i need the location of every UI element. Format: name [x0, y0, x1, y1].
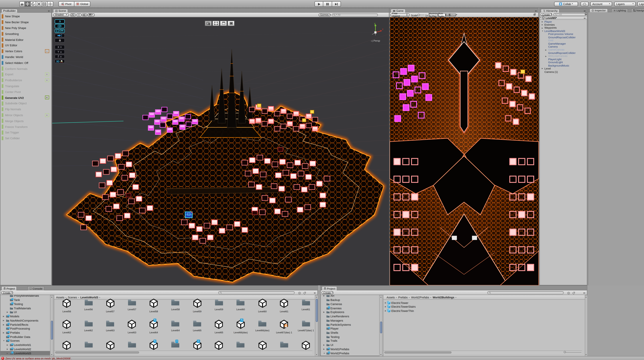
hierarchy-item-winlosecanvas[interactable]: ▶WinLoseCanvas	[540, 54, 587, 58]
tab-lighting[interactable]: Lighting	[611, 8, 628, 12]
folder-item-trails[interactable]: Trails	[321, 339, 379, 343]
pb-action-generate-uv2[interactable]: Generate UV2 +	[0, 95, 51, 101]
search-by-label-icon[interactable]	[303, 291, 306, 294]
create-dropdown[interactable]: Create▾	[322, 291, 333, 294]
breadcrumb-item[interactable]: World2Buildings	[433, 296, 454, 299]
vertex-mode-button[interactable]	[212, 21, 219, 26]
options-plus-button[interactable]: +	[45, 72, 49, 76]
asset-level64[interactable]: Level64	[164, 319, 186, 331]
prefab-item-electrictowerstairs[interactable]: ▶ ElectricTowerStairs	[385, 305, 416, 308]
folder-item-shells[interactable]: Shells	[321, 331, 379, 335]
breadcrumb[interactable]: Assets▸Scenes▸LevelsWorld3▸	[56, 296, 100, 299]
tab-hierarchy[interactable]: Hierarchy	[540, 9, 560, 13]
move-tool-icon[interactable]	[25, 1, 30, 7]
asset-level61[interactable]: Level61	[295, 298, 315, 310]
pb-overlay-arrow-button[interactable]	[54, 34, 65, 38]
hierarchy-item-level[interactable]: ▶Level	[540, 67, 587, 70]
panel-menu-icon[interactable]: ▾≡	[583, 292, 585, 294]
tree-scrollbar[interactable]: ▲ ▼	[50, 295, 53, 356]
pb-overlay-visibility-button[interactable]	[54, 24, 65, 28]
hierarchy-item-gamemanager[interactable]: GameManager	[540, 42, 587, 45]
panel-menu-icon[interactable]: ▾≡	[584, 10, 586, 12]
pb-overlay-size-button[interactable]: .5	[54, 19, 65, 23]
folder-item-world1prefabs[interactable]: ▶ ⋯ World1Prefabs	[321, 347, 379, 351]
object-mode-button[interactable]	[205, 21, 212, 26]
account-dropdown[interactable]: Account▾	[590, 2, 612, 6]
asset-level63[interactable]: Level63	[100, 319, 121, 331]
folder-item-player[interactable]: ⋯ Player	[321, 326, 379, 331]
panel-menu-icon[interactable]: ▾≡	[535, 10, 537, 12]
folder-item-testing[interactable]: ⋯ Testing	[0, 302, 50, 306]
pb-action-merge-objects[interactable]: Merge Objects	[0, 118, 51, 124]
options-plus-button[interactable]: +	[45, 96, 49, 99]
folder-item-particlesystems[interactable]: ParticleSystems	[321, 322, 379, 327]
pb-overlay-x-button[interactable]: X▦	[54, 45, 65, 49]
asset-asset[interactable]	[100, 340, 121, 352]
folder-item-explosions[interactable]: ▶ Explosions	[321, 310, 379, 314]
folder-item-proxyminematerials[interactable]: ProxyMineMaterials	[0, 295, 50, 298]
hierarchy-item-levelbaseworld3[interactable]: ▼LevelBaseWorld3	[540, 29, 587, 33]
collab-button[interactable]: Collab▾	[554, 2, 578, 6]
scene-effects-dropdown[interactable]: ▾	[87, 13, 94, 17]
scale-slider-knob[interactable]	[418, 14, 420, 16]
h-scrollbar[interactable]	[383, 350, 582, 354]
layers-dropdown[interactable]: Layers▾	[614, 2, 636, 6]
tab-scene[interactable]: Scene	[53, 9, 68, 13]
hierarchy-item-enemies[interactable]: ▶Enemies	[540, 23, 587, 26]
asset-level66-dax-[interactable]: Level66(dax)	[252, 319, 273, 331]
rect-tool-icon[interactable]	[42, 1, 48, 7]
pb-action-set-collider[interactable]: Set Collider	[0, 135, 51, 141]
pb-action-probuilderize[interactable]: ProBuilderize +	[0, 77, 51, 83]
scale-tool-icon[interactable]	[36, 1, 42, 7]
folder-item-ar[interactable]: ▶ AR	[321, 295, 379, 298]
breadcrumb-item[interactable]: Prefabs	[398, 296, 408, 299]
panel-menu-icon[interactable]: ▾≡	[314, 292, 316, 294]
pivot-toggle[interactable]: Pivot	[58, 1, 74, 7]
asset-asset[interactable]	[121, 340, 143, 350]
asset-level66-dax-[interactable]: ✎ Level66(dax)	[230, 319, 252, 333]
transform-tool-icon[interactable]	[48, 1, 53, 7]
asset-level59[interactable]: Level59	[208, 298, 230, 310]
search-by-label-icon[interactable]	[572, 291, 575, 294]
pb-overlay-lock-button[interactable]	[54, 38, 65, 42]
folder-item-navmeshcomponents[interactable]: ▶ NavMeshComponents	[0, 318, 50, 322]
lock-icon[interactable]	[584, 14, 587, 15]
scene-gizmos-dropdown[interactable]: Gizmos▾	[318, 13, 330, 17]
pb-action-conform-normals[interactable]: Conform Normals	[0, 66, 51, 72]
pb-overlay-3d-button[interactable]: 3D	[54, 59, 65, 63]
options-plus-button[interactable]: +	[45, 113, 49, 117]
search-by-type-icon[interactable]	[567, 291, 570, 294]
scene-search-input[interactable]: ▾ All	[332, 14, 378, 16]
asset-asset[interactable]: ✎	[143, 340, 164, 352]
asset-level59[interactable]: Level59	[186, 298, 208, 312]
hierarchy-item-camera-1-[interactable]: Camera (1)	[540, 70, 587, 73]
asset-level63[interactable]: Level63	[121, 319, 143, 333]
hierarchy-item-gamecanvas[interactable]: ▶GameCanvas	[540, 48, 587, 51]
pb-action-handle-world[interactable]: Handle: World	[0, 54, 51, 60]
pb-overlay-z-button[interactable]: Z▦	[54, 55, 65, 59]
scene-viewport[interactable]: .5 ON X▦ Y▦ Z▦ 3D	[52, 17, 389, 285]
folder-item-levelsworld1[interactable]: ▶ ⋯ LevelsWorld1	[0, 343, 50, 347]
project-search-input[interactable]	[487, 291, 564, 294]
panel-menu-icon[interactable]: ▾≡	[48, 10, 50, 12]
asset-level60[interactable]: Level60	[230, 298, 252, 310]
mute-audio-toggle[interactable]: Mute Audio	[438, 13, 446, 17]
asset-level61[interactable]: Level61	[273, 298, 295, 312]
pb-action-select-hidden-off[interactable]: Select Hidden: Off	[0, 60, 51, 66]
asset-level57[interactable]: Level57	[100, 298, 121, 312]
folder-item-particleeffects[interactable]: ▶ ⋯ ParticleEffects	[0, 322, 50, 327]
project-search-input[interactable]	[218, 291, 295, 294]
hierarchy-item-waypoints[interactable]: ▶Waypoints	[540, 26, 587, 29]
folder-item-linerenderers[interactable]: LineRenderers	[321, 314, 379, 318]
pb-action-smoothing[interactable]: Smoothing	[0, 31, 51, 37]
search-by-type-icon[interactable]	[298, 291, 301, 294]
face-mode-button[interactable]	[228, 21, 234, 26]
maximize-on-play-toggle[interactable]: Maximize On Play	[429, 13, 438, 17]
asset-asset[interactable]	[273, 340, 295, 350]
scene-menu-icon[interactable]: ▾≡	[584, 17, 586, 19]
tab-game[interactable]: Game	[390, 9, 406, 13]
asset-level67-dax-1[interactable]: Level67(dax) 1	[273, 319, 295, 333]
tab-project[interactable]: Project	[321, 286, 337, 290]
asset-asset[interactable]	[230, 340, 252, 350]
pb-action-new-poly-shape[interactable]: New Poly Shape	[0, 25, 51, 31]
